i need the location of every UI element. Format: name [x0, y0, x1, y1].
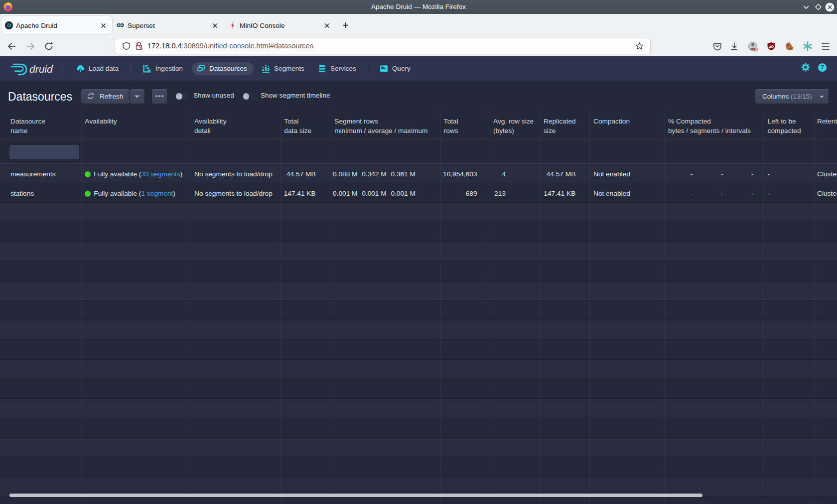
svg-text:uO: uO: [769, 44, 774, 49]
svg-text:?: ?: [821, 64, 824, 71]
